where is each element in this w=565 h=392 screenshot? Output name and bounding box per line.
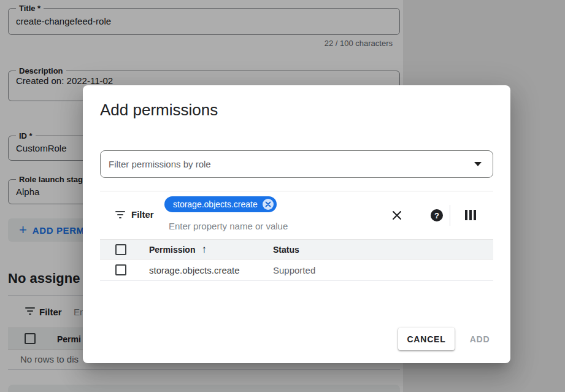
dialog-filter-button[interactable]: Filter [115,209,154,220]
dialog-filter-label: Filter [131,209,154,220]
filter-icon [115,211,126,218]
status-cell: Supported [273,265,493,275]
dialog-title: Add permissions [100,99,218,120]
permissions-table: Permission ↑ Status storage.objects.crea… [100,239,493,281]
add-permissions-dialog: Add permissions Filter permissions by ro… [83,85,510,363]
chip-remove-icon[interactable] [263,199,274,210]
sort-ascending-icon: ↑ [201,244,207,255]
clear-filters-icon[interactable] [391,209,403,221]
filter-chip-label: storage.objects.create [173,199,258,209]
cancel-button[interactable]: CANCEL [398,328,455,350]
chevron-down-icon [474,162,482,166]
dialog-filter-input[interactable]: Enter property name or value [169,221,288,231]
permission-column-header[interactable]: Permission ↑ [149,244,273,255]
add-button[interactable]: ADD [458,328,501,350]
table-row: storage.objects.create Supported [100,259,493,281]
dialog-filter-toolbar: Filter storage.objects.create Enter prop… [100,191,493,239]
toolbar-divider [450,205,450,226]
permissions-table-header: Permission ↑ Status [100,239,493,259]
filter-chip[interactable]: storage.objects.create [164,196,277,212]
help-icon[interactable]: ? [431,209,443,221]
status-column-header: Status [273,245,493,255]
filter-permissions-by-role-select[interactable]: Filter permissions by role [100,150,493,178]
select-all-checkbox[interactable] [115,244,126,255]
row-checkbox[interactable] [115,264,126,275]
column-display-icon[interactable] [465,210,476,220]
permission-cell: storage.objects.create [149,265,240,275]
role-select-value: Filter permissions by role [109,159,211,169]
